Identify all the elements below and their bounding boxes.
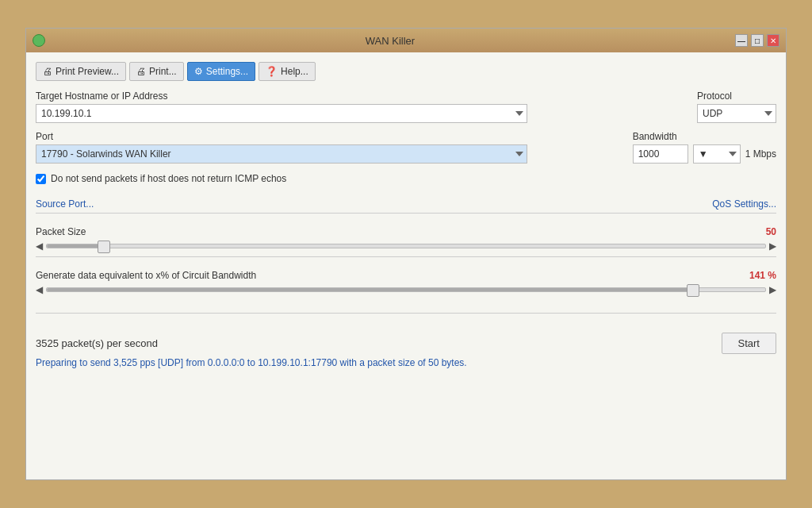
port-select-wrap: 17790 - Solarwinds WAN Killer — [36, 144, 620, 164]
bandwidth-group: Bandwidth 1000 ▼ 1 Mbps — [633, 131, 776, 164]
title-bar: WAN Killer — □ ✕ — [26, 29, 786, 52]
bandwidth-pct-track[interactable] — [46, 287, 766, 292]
bandwidth-pct-fill — [47, 288, 693, 291]
window-controls: — □ ✕ — [735, 34, 779, 47]
target-select-wrap: 10.199.10.1 — [36, 104, 684, 123]
bandwidth-label: Bandwidth — [633, 131, 776, 142]
print-preview-button[interactable]: 🖨 Print Preview... — [36, 62, 126, 81]
bandwidth-input[interactable]: 1000 — [633, 144, 688, 164]
help-button[interactable]: ❓ Help... — [259, 62, 316, 81]
print-button[interactable]: 🖨 Print... — [129, 62, 184, 81]
print-preview-icon: 🖨 — [43, 66, 52, 77]
bandwidth-pct-section: Generate data equivalent to x% of Circui… — [36, 265, 776, 300]
port-label: Port — [36, 131, 620, 142]
print-icon: 🖨 — [136, 66, 146, 77]
minimize-button[interactable]: — — [735, 34, 748, 47]
packet-size-left-arrow[interactable]: ◀ — [36, 241, 43, 252]
protocol-group: Protocol UDP TCP — [697, 90, 776, 123]
source-port-link[interactable]: Source Port... — [36, 198, 94, 210]
bandwidth-pct-right-arrow[interactable]: ▶ — [769, 284, 776, 295]
port-select[interactable]: 17790 - Solarwinds WAN Killer — [36, 144, 527, 164]
port-group: Port 17790 - Solarwinds WAN Killer — [36, 131, 620, 164]
target-protocol-row: Target Hostname or IP Address 10.199.10.… — [36, 90, 776, 123]
packet-size-value: 50 — [766, 226, 776, 237]
bandwidth-unit-select[interactable]: ▼ — [693, 144, 741, 164]
icmp-checkbox[interactable] — [36, 174, 46, 184]
checkbox-row: Do not send packets if host does not ret… — [36, 173, 776, 184]
bandwidth-pct-slider-row: ◀ ▶ — [36, 284, 776, 295]
bandwidth-unit-select-wrap: ▼ — [693, 144, 741, 164]
icmp-label: Do not send packets if host does not ret… — [51, 173, 286, 184]
help-icon: ❓ — [266, 66, 278, 77]
packet-size-slider-row: ◀ ▶ — [36, 241, 776, 252]
main-window: WAN Killer — □ ✕ 🖨 Print Preview... 🖨 Pr… — [25, 28, 787, 480]
bandwidth-pct-label: Generate data equivalent to x% of Circui… — [36, 270, 256, 281]
packet-size-thumb[interactable] — [98, 241, 110, 253]
packets-label: 3525 packet(s) per second — [36, 337, 158, 349]
bandwidth-pct-thumb[interactable] — [687, 284, 699, 297]
protocol-select[interactable]: UDP TCP — [697, 104, 776, 123]
start-button[interactable]: Start — [722, 333, 776, 354]
window-title: WAN Killer — [45, 35, 735, 47]
packet-size-track[interactable] — [46, 244, 766, 248]
settings-button[interactable]: ⚙ Settings... — [187, 62, 255, 81]
packet-size-right-arrow[interactable]: ▶ — [769, 241, 776, 252]
packet-size-label: Packet Size — [36, 226, 86, 237]
bandwidth-unit-label: 1 Mbps — [745, 148, 776, 160]
traffic-light-icon — [33, 34, 45, 47]
bandwidth-pct-left-arrow[interactable]: ◀ — [36, 284, 43, 295]
target-label: Target Hostname or IP Address — [36, 90, 684, 102]
status-text: Preparing to send 3,525 pps [UDP] from 0… — [36, 357, 776, 368]
packet-size-section: Packet Size 50 ◀ ▶ — [36, 221, 776, 257]
bandwidth-pct-header: Generate data equivalent to x% of Circui… — [36, 270, 776, 281]
bandwidth-pct-value: 141 % — [749, 270, 776, 281]
protocol-label: Protocol — [697, 90, 776, 102]
target-select[interactable]: 10.199.10.1 — [36, 104, 527, 123]
bottom-section: 3525 packet(s) per second Start Preparin… — [36, 333, 776, 368]
target-group: Target Hostname or IP Address 10.199.10.… — [36, 90, 684, 123]
maximize-button[interactable]: □ — [751, 34, 764, 47]
window-content: 🖨 Print Preview... 🖨 Print... ⚙ Settings… — [26, 52, 786, 479]
packet-size-header: Packet Size 50 — [36, 226, 776, 237]
toolbar: 🖨 Print Preview... 🖨 Print... ⚙ Settings… — [36, 62, 776, 90]
links-row: Source Port... QoS Settings... — [36, 192, 776, 214]
packet-size-fill — [47, 244, 104, 248]
protocol-select-wrap: UDP TCP — [697, 104, 776, 123]
bandwidth-input-row: 1000 ▼ 1 Mbps — [633, 144, 776, 164]
bottom-divider — [36, 313, 776, 314]
packets-row: 3525 packet(s) per second Start — [36, 333, 776, 354]
settings-icon: ⚙ — [194, 66, 203, 77]
close-button[interactable]: ✕ — [767, 34, 779, 47]
main-form: Target Hostname or IP Address 10.199.10.… — [36, 90, 776, 470]
port-bandwidth-row: Port 17790 - Solarwinds WAN Killer Bandw… — [36, 131, 776, 164]
qos-settings-link[interactable]: QoS Settings... — [712, 198, 776, 210]
